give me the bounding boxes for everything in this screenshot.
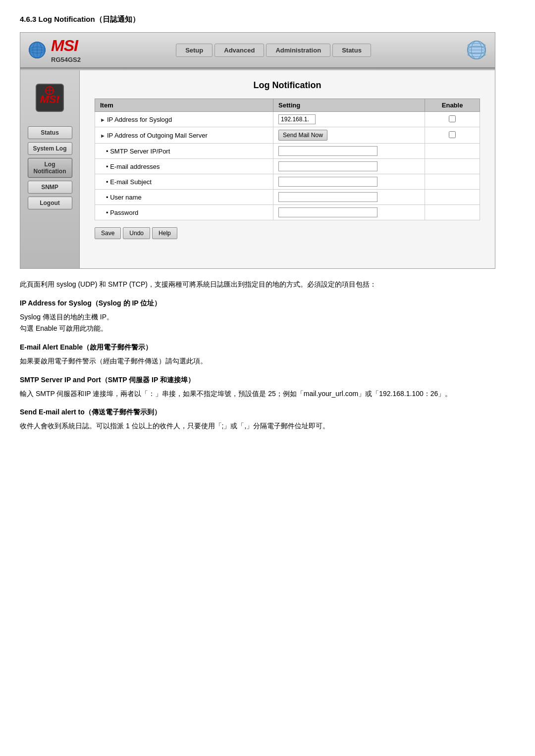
- button-row: Save Undo Help: [95, 227, 480, 239]
- nav-tab-administration[interactable]: Administration: [266, 44, 330, 57]
- row-label-mail-server: ► IP Address of Outgoing Mail Server: [95, 127, 273, 144]
- sidebar-item-snmp[interactable]: SNMP: [28, 181, 72, 194]
- row-enable-smtp: [425, 144, 480, 159]
- desc-heading-syslog: IP Address for Syslog（Syslog 的 IP 位址）: [20, 298, 515, 309]
- nav-tab-advanced[interactable]: Advanced: [214, 44, 264, 57]
- status-icon-area: [466, 40, 487, 60]
- row-enable-email-subject: [425, 174, 480, 190]
- mail-server-enable-checkbox[interactable]: [449, 131, 456, 138]
- row-setting-mail-server: Send Mail Now: [273, 127, 425, 144]
- bullet-icon: •: [106, 163, 110, 170]
- nav-tabs: Setup Advanced Administration Status: [81, 44, 466, 57]
- status-globe-icon: [466, 40, 487, 60]
- row-label-email-addr: • E-mail addresses: [95, 159, 273, 174]
- desc-text-email-alert: 如果要啟用電子郵件警示（經由電子郵件傳送）請勾選此項。: [20, 355, 515, 367]
- row-label-username: • User name: [95, 190, 273, 205]
- row-enable-password: [425, 205, 480, 220]
- bullet-icon: •: [106, 178, 110, 186]
- nav-tab-setup[interactable]: Setup: [176, 44, 213, 57]
- router-header: MSI RG54GS2 Setup Advanced Administratio…: [20, 33, 495, 68]
- row-setting-syslogd: [273, 112, 425, 127]
- col-header-setting: Setting: [273, 99, 425, 112]
- sidebar: MSI Status System Log Log Notification S…: [20, 70, 80, 268]
- nav-tab-status[interactable]: Status: [332, 44, 371, 57]
- table-row: • E-mail addresses: [95, 159, 480, 174]
- sidebar-item-logout[interactable]: Logout: [28, 197, 72, 209]
- bullet-icon: •: [106, 148, 110, 155]
- row-enable-email-addr: [425, 159, 480, 174]
- desc-text-send-email: 收件人會收到系統日誌。可以指派 1 位以上的收件人，只要使用「;」或「,」分隔電…: [20, 420, 515, 432]
- model-label: RG54GS2: [51, 56, 81, 63]
- msi-logo: MSI: [51, 37, 81, 55]
- table-row: • User name: [95, 190, 480, 205]
- arrow-icon: ►: [100, 117, 107, 123]
- row-setting-email-subject: [273, 174, 425, 190]
- row-enable-mail-server: [425, 127, 480, 144]
- description-section: 此頁面利用 syslog (UDP) 和 SMTP (TCP)，支援兩種可將系統…: [20, 279, 515, 432]
- section-title: Log Notification: [95, 80, 480, 91]
- ip-syslogd-input[interactable]: [278, 114, 316, 124]
- smtp-server-input[interactable]: [278, 146, 377, 156]
- row-setting-smtp: [273, 144, 425, 159]
- row-label-syslogd: ► IP Address for Syslogd: [95, 112, 273, 127]
- desc-paragraph-intro: 此頁面利用 syslog (UDP) 和 SMTP (TCP)，支援兩種可將系統…: [20, 279, 515, 291]
- bullet-icon: •: [106, 209, 110, 216]
- password-input[interactable]: [278, 207, 377, 217]
- main-content: Log Notification Item Setting Enable ► I…: [80, 70, 495, 268]
- table-row: ► IP Address of Outgoing Mail Server Sen…: [95, 127, 480, 144]
- table-row: ► IP Address for Syslogd: [95, 112, 480, 127]
- col-header-item: Item: [95, 99, 273, 112]
- row-label-password: • Password: [95, 205, 273, 220]
- logo-area: MSI RG54GS2: [28, 37, 81, 63]
- save-button[interactable]: Save: [95, 227, 121, 239]
- syslogd-enable-checkbox[interactable]: [449, 115, 456, 122]
- row-setting-username: [273, 190, 425, 205]
- row-enable-username: [425, 190, 480, 205]
- settings-table: Item Setting Enable ► IP Address for Sys…: [95, 99, 480, 220]
- msi-badge-icon: MSI: [34, 82, 66, 114]
- undo-button[interactable]: Undo: [123, 227, 150, 239]
- row-label-smtp: • SMTP Server IP/Port: [95, 144, 273, 159]
- sidebar-item-status[interactable]: Status: [28, 126, 72, 139]
- sidebar-item-log-notification[interactable]: Log Notification: [28, 158, 72, 178]
- email-addresses-input[interactable]: [278, 161, 377, 171]
- sidebar-logo: MSI: [33, 80, 67, 115]
- username-input[interactable]: [278, 192, 377, 202]
- arrow-icon: ►: [100, 133, 107, 139]
- desc-heading-smtp: SMTP Server IP and Port（SMTP 伺服器 IP 和連接埠…: [20, 374, 515, 386]
- help-button[interactable]: Help: [152, 227, 177, 239]
- sidebar-item-system-log[interactable]: System Log: [28, 142, 72, 155]
- row-setting-password: [273, 205, 425, 220]
- col-header-enable: Enable: [425, 99, 480, 112]
- table-row: • Password: [95, 205, 480, 220]
- desc-heading-email-alert: E-mail Alert Enable（啟用電子郵件警示）: [20, 342, 515, 353]
- send-mail-now-button[interactable]: Send Mail Now: [278, 130, 327, 141]
- bullet-icon: •: [106, 194, 110, 201]
- row-label-email-subject: • E-mail Subject: [95, 174, 273, 190]
- desc-text-smtp: 輸入 SMTP 伺服器和IP 連接埠，兩者以「：」串接，如果不指定埠號，預設值是…: [20, 388, 515, 400]
- desc-heading-send-email: Send E-mail alert to（傳送電子郵件警示到）: [20, 406, 515, 418]
- desc-text-syslog: Syslog 傳送目的地的主機 IP。 勾選 Enable 可啟用此功能。: [20, 311, 515, 335]
- row-setting-email-addr: [273, 159, 425, 174]
- router-frame: MSI RG54GS2 Setup Advanced Administratio…: [20, 32, 495, 269]
- table-row: • E-mail Subject: [95, 174, 480, 190]
- row-enable-syslogd: [425, 112, 480, 127]
- email-subject-input[interactable]: [278, 177, 377, 187]
- page-title: 4.6.3 Log Notification（日誌通知）: [20, 15, 515, 24]
- router-body: MSI Status System Log Log Notification S…: [20, 70, 495, 268]
- table-row: • SMTP Server IP/Port: [95, 144, 480, 159]
- globe-icon: [28, 41, 46, 59]
